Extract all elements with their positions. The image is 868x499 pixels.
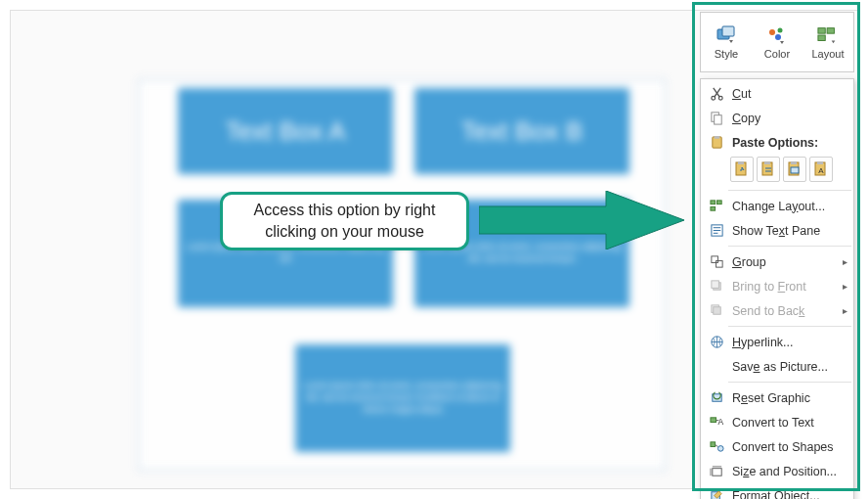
paste-text-only[interactable]: A xyxy=(809,157,833,182)
menu-label: Format Object... xyxy=(732,489,847,500)
send-back-icon xyxy=(707,302,726,320)
menu-group[interactable]: Group ▸ xyxy=(701,250,853,274)
svg-point-9 xyxy=(711,96,715,100)
bring-front-icon xyxy=(707,278,726,295)
style-button[interactable]: Style xyxy=(701,13,752,71)
menu-save-as-picture[interactable]: Save as Picture... xyxy=(701,354,853,379)
svg-rect-23 xyxy=(817,161,823,164)
menu-show-text-pane[interactable]: Show Text Pane xyxy=(701,218,853,243)
color-label: Color xyxy=(764,48,790,60)
menu-format-object[interactable]: Format Object... xyxy=(701,483,853,499)
svg-rect-16 xyxy=(738,161,744,164)
menu-cut[interactable]: Cut xyxy=(701,81,853,106)
svg-point-5 xyxy=(775,34,781,40)
layout-button[interactable]: Layout xyxy=(803,13,853,71)
svg-rect-39 xyxy=(710,442,715,447)
menu-label: Save as Picture... xyxy=(732,360,847,374)
save-picture-icon xyxy=(707,358,726,376)
svg-rect-7 xyxy=(827,28,834,34)
menu-label: Size and Position... xyxy=(732,465,847,478)
group-icon xyxy=(707,253,726,271)
menu-label: Reset Graphic xyxy=(732,391,847,405)
menu-label: Paste Options: xyxy=(732,136,847,150)
format-object-icon xyxy=(707,487,726,500)
menu-label: Show Text Pane xyxy=(732,224,847,238)
style-icon xyxy=(716,24,737,46)
svg-rect-27 xyxy=(710,206,715,210)
convert-shapes-icon xyxy=(707,438,726,456)
menu-separator xyxy=(728,190,851,191)
menu-hyperlink[interactable]: Hyperlink... xyxy=(701,330,853,354)
submenu-arrow-icon: ▸ xyxy=(843,256,847,267)
svg-rect-34 xyxy=(713,307,720,315)
menu-copy[interactable]: Copy xyxy=(701,106,853,130)
smartart-container[interactable]: Text Box A Text Box B Lorem ipsum dolor … xyxy=(138,79,666,471)
text-box-e[interactable]: Lorem ipsum dolor sit amet, consectetur … xyxy=(295,344,510,452)
menu-label: Group xyxy=(732,255,839,269)
menu-separator xyxy=(728,382,851,383)
menu-separator xyxy=(728,326,851,327)
svg-rect-20 xyxy=(791,161,797,164)
text-box-a[interactable]: Text Box A xyxy=(178,88,393,174)
menu-size-and-position[interactable]: Size and Position... xyxy=(701,459,853,483)
color-icon xyxy=(766,24,788,46)
menu-convert-to-shapes[interactable]: Convert to Shapes xyxy=(701,434,853,459)
svg-rect-32 xyxy=(711,281,718,289)
text-pane-icon xyxy=(707,222,726,240)
svg-rect-25 xyxy=(710,201,715,204)
layout-icon xyxy=(817,24,839,46)
menu-separator xyxy=(728,246,851,247)
svg-rect-37 xyxy=(710,418,716,423)
menu-label: Copy xyxy=(732,112,847,125)
svg-rect-14 xyxy=(714,136,719,139)
paste-options-row: A xyxy=(701,155,853,187)
menu-send-to-back: Send to Back ▸ xyxy=(701,298,853,323)
svg-text:A: A xyxy=(818,166,824,175)
convert-text-icon: A xyxy=(707,414,726,431)
layout-label: Layout xyxy=(811,48,844,60)
svg-point-40 xyxy=(717,446,723,452)
svg-rect-8 xyxy=(818,35,825,41)
size-position-icon xyxy=(707,463,726,480)
svg-point-10 xyxy=(718,96,722,100)
paste-keep-source[interactable] xyxy=(757,157,780,182)
svg-rect-41 xyxy=(712,469,720,476)
menu-change-layout[interactable]: Change Layout... xyxy=(701,194,853,218)
svg-marker-0 xyxy=(479,191,684,250)
menu-label: Change Layout... xyxy=(732,200,847,213)
hyperlink-icon xyxy=(707,334,726,351)
svg-rect-6 xyxy=(818,28,825,34)
paste-picture[interactable] xyxy=(783,157,806,182)
change-layout-icon xyxy=(707,198,726,215)
svg-rect-12 xyxy=(714,115,721,124)
arrow-icon xyxy=(479,191,684,250)
menu-paste-options: Paste Options: xyxy=(701,130,853,155)
menu-label: Convert to Shapes xyxy=(732,440,847,454)
menu-label: Convert to Text xyxy=(732,416,847,430)
text-box-b[interactable]: Text Box B xyxy=(414,88,629,174)
paste-use-destination-theme[interactable] xyxy=(730,157,754,182)
menu-label: Cut xyxy=(732,87,847,101)
svg-point-4 xyxy=(778,28,783,33)
svg-point-3 xyxy=(769,29,775,35)
menu-reset-graphic[interactable]: Reset Graphic xyxy=(701,386,853,410)
reset-icon xyxy=(707,389,726,407)
menu-label: Hyperlink... xyxy=(732,336,847,349)
svg-rect-2 xyxy=(722,26,734,36)
submenu-arrow-icon: ▸ xyxy=(843,305,847,316)
menu-bring-to-front: Bring to Front ▸ xyxy=(701,274,853,298)
copy-icon xyxy=(707,110,726,127)
svg-rect-29 xyxy=(711,256,717,263)
submenu-arrow-icon: ▸ xyxy=(843,281,847,292)
instruction-callout: Access this option by right clicking on … xyxy=(220,192,469,250)
menu-convert-to-text[interactable]: A Convert to Text xyxy=(701,410,853,434)
svg-rect-30 xyxy=(716,261,722,268)
mini-toolbar: Style Color Layout xyxy=(700,12,854,72)
menu-label: Bring to Front xyxy=(732,280,839,294)
callout-text: Access this option by right clicking on … xyxy=(239,200,451,242)
svg-rect-21 xyxy=(791,167,799,173)
svg-rect-18 xyxy=(764,161,770,164)
svg-rect-26 xyxy=(716,201,721,204)
cut-icon xyxy=(707,85,726,103)
color-button[interactable]: Color xyxy=(752,13,803,71)
